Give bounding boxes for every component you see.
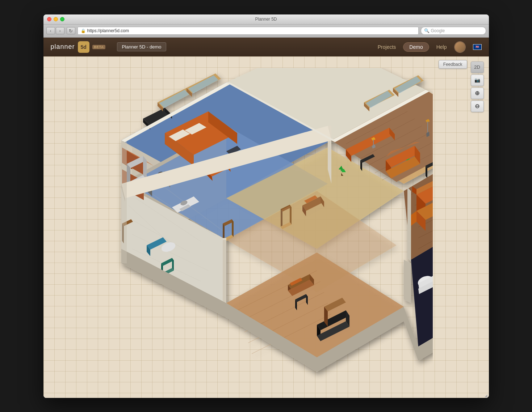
feedback-button[interactable]: Feedback (439, 60, 467, 69)
search-placeholder: Google (431, 28, 445, 33)
close-button[interactable] (47, 17, 51, 21)
svg-marker-189 (404, 260, 411, 303)
search-icon: 🔍 (424, 28, 430, 33)
reload-button[interactable]: ↻ (67, 27, 75, 34)
search-bar[interactable]: 🔍 Google (421, 27, 486, 35)
right-toolbar: 2D 📷 ⊕ ⊖ (471, 61, 484, 112)
app-header: planner 5d beta Planner 5D - demo Projec… (43, 38, 489, 56)
traffic-lights (47, 17, 64, 21)
svg-marker-186 (223, 238, 226, 303)
language-flag[interactable]: 🇬🇧 (473, 44, 482, 50)
camera-icon: 📷 (474, 77, 480, 83)
zoom-in-button[interactable]: ⊕ (471, 88, 484, 99)
svg-marker-187 (223, 238, 226, 240)
logo-planner-text: planner (51, 43, 75, 51)
projects-nav-item[interactable]: Projects (378, 44, 396, 50)
address-bar: ‹ › ↻ 🔒 https://planner5d.com 🔍 Google (43, 25, 489, 38)
help-nav-item[interactable]: Help (436, 44, 447, 50)
svg-marker-162 (226, 252, 404, 357)
title-bar: Planner 5D (43, 14, 489, 25)
beta-badge: beta (92, 45, 106, 49)
screenshot-button[interactable]: 📷 (471, 75, 484, 86)
maximize-button[interactable] (60, 17, 64, 21)
forward-button[interactable]: › (56, 27, 64, 34)
floorplan-svg (100, 68, 433, 386)
browser-window: Planner 5D ‹ › ↻ 🔒 https://planner5d.com… (43, 14, 489, 398)
view-2d-button[interactable]: 2D (471, 61, 484, 73)
svg-marker-188 (407, 187, 411, 262)
secure-icon: 🔒 (81, 29, 86, 33)
zoom-out-button[interactable]: ⊖ (471, 101, 484, 112)
url-bar[interactable]: 🔒 https://planner5d.com (78, 27, 419, 35)
demo-nav-item[interactable]: Demo (403, 42, 429, 52)
viewport: Feedback 2D 📷 ⊕ ⊖ ◢ (43, 56, 489, 398)
url-text: https://planner5d.com (87, 28, 129, 33)
minimize-button[interactable] (54, 17, 58, 21)
resize-handle[interactable]: ◢ (485, 394, 488, 397)
zoom-out-icon: ⊖ (475, 103, 479, 110)
back-button[interactable]: ‹ (46, 27, 55, 34)
project-name[interactable]: Planner 5D - demo (117, 42, 166, 51)
nav-buttons: ‹ › (46, 27, 64, 34)
svg-marker-53 (232, 219, 234, 237)
logo-5d-text: 5d (80, 44, 86, 50)
floorplan-area (43, 56, 489, 398)
header-nav: Projects Demo Help 🇬🇧 (378, 41, 482, 53)
svg-marker-191 (121, 140, 127, 263)
window-title: Planner 5D (255, 17, 277, 22)
zoom-in-icon: ⊕ (475, 90, 479, 97)
logo-icon: 5d (78, 41, 89, 53)
svg-marker-21 (159, 90, 189, 108)
logo-area: planner 5d beta (51, 41, 106, 53)
user-avatar[interactable] (454, 41, 466, 53)
